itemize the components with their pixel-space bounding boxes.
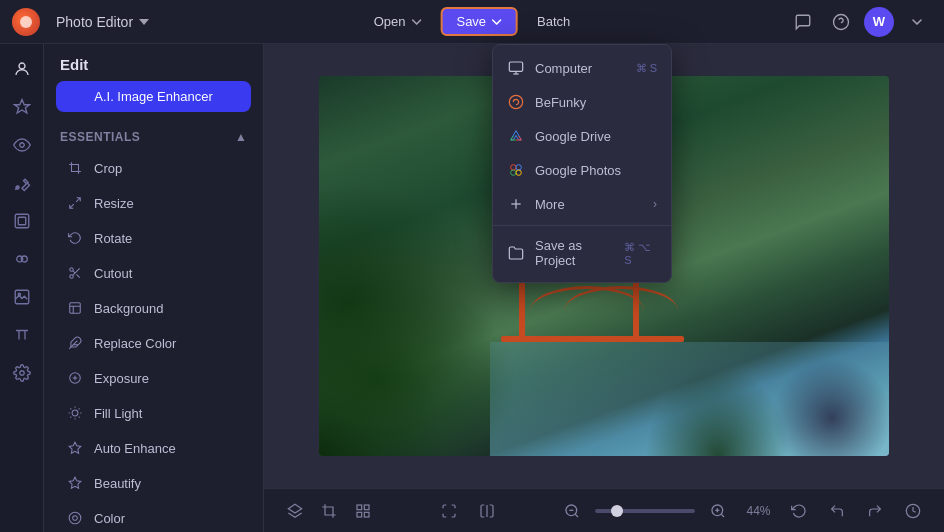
zoom-out-button[interactable] (557, 496, 587, 526)
zoom-out-icon (564, 503, 580, 519)
tool-label-exposure: Exposure (94, 371, 149, 386)
scissors-icon (66, 264, 84, 282)
google-drive-icon (507, 127, 525, 145)
tool-item-beautify[interactable]: Beautify (50, 466, 257, 500)
tool-label-resize: Resize (94, 196, 134, 211)
svg-point-52 (511, 165, 516, 170)
fullscreen-icon (441, 503, 457, 519)
tool-item-background[interactable]: Background (50, 291, 257, 325)
sidebar-group-icon-button[interactable] (5, 242, 39, 276)
crop-bottom-button[interactable] (314, 496, 344, 526)
account-chevron-button[interactable] (902, 7, 932, 37)
save-more-item[interactable]: More › (493, 187, 671, 221)
tool-item-crop[interactable]: Crop (50, 151, 257, 185)
tool-label-background: Background (94, 301, 163, 316)
resize-icon (66, 194, 84, 212)
collapse-button[interactable]: ▲ (235, 130, 247, 144)
svg-point-10 (19, 371, 24, 376)
tool-item-auto-enhance[interactable]: Auto Enhance (50, 431, 257, 465)
svg-rect-38 (357, 512, 362, 517)
sidebar-layers-icon-button[interactable] (5, 204, 39, 238)
tool-label-fill-light: Fill Light (94, 406, 142, 421)
svg-point-2 (19, 143, 24, 148)
tool-item-replace-color[interactable]: Replace Color (50, 326, 257, 360)
layers-bottom-icon (287, 503, 303, 519)
svg-point-55 (516, 170, 521, 175)
app-title-button[interactable]: Photo Editor (48, 10, 157, 34)
essentials-section-header: Essentials ▲ (44, 124, 263, 150)
save-google-drive-label: Google Drive (535, 129, 611, 144)
fullscreen-button[interactable] (434, 496, 464, 526)
redo-icon (867, 503, 883, 519)
svg-line-14 (76, 274, 79, 277)
svg-line-30 (79, 408, 80, 409)
bottom-center-actions (434, 496, 502, 526)
edit-panel-header: Edit (44, 44, 263, 81)
star-icon (66, 474, 84, 492)
save-chevron-icon (492, 19, 502, 25)
sidebar-paint-icon-button[interactable] (5, 166, 39, 200)
svg-rect-39 (364, 512, 369, 517)
open-chevron-icon (411, 19, 421, 25)
chevron-down-icon (139, 19, 149, 25)
save-computer-shortcut: ⌘ S (636, 62, 657, 75)
left-icon-sidebar (0, 44, 44, 532)
tool-item-rotate[interactable]: Rotate (50, 221, 257, 255)
svg-point-9 (18, 293, 20, 295)
batch-button[interactable]: Batch (522, 8, 585, 35)
zoom-in-button[interactable] (703, 496, 733, 526)
svg-marker-31 (69, 442, 81, 453)
svg-line-25 (70, 408, 71, 409)
main-content: Edit A.I. Image Enhancer Essentials ▲ Cr… (0, 44, 944, 532)
more-arrow-icon: › (653, 197, 657, 211)
svg-line-41 (575, 514, 578, 517)
svg-rect-37 (364, 505, 369, 510)
layers-bottom-button[interactable] (280, 496, 310, 526)
undo-button[interactable] (822, 496, 852, 526)
account-chevron-icon (912, 19, 922, 25)
tool-item-fill-light[interactable]: Fill Light (50, 396, 257, 430)
tool-label-rotate: Rotate (94, 231, 132, 246)
zoom-slider[interactable] (595, 509, 695, 513)
user-avatar-button[interactable]: W (864, 7, 894, 37)
open-button[interactable]: Open (359, 8, 437, 35)
svg-point-12 (70, 275, 74, 279)
help-icon-button[interactable] (826, 7, 856, 37)
compare-button[interactable] (472, 496, 502, 526)
zoom-in-icon (710, 503, 726, 519)
bottom-left-actions (280, 496, 378, 526)
tool-item-exposure[interactable]: Exposure (50, 361, 257, 395)
effects-icon (13, 98, 31, 116)
save-google-photos-label: Google Photos (535, 163, 621, 178)
save-google-photos-item[interactable]: Google Photos (493, 153, 671, 187)
sidebar-settings-icon-button[interactable] (5, 356, 39, 390)
redo-button[interactable] (860, 496, 890, 526)
tool-item-resize[interactable]: Resize (50, 186, 257, 220)
svg-rect-48 (509, 62, 522, 71)
save-befunky-item[interactable]: BeFunky (493, 85, 671, 119)
svg-point-34 (73, 516, 78, 521)
grid-bottom-button[interactable] (348, 496, 378, 526)
ai-image-enhancer-button[interactable]: A.I. Image Enhancer (56, 81, 251, 112)
save-button[interactable]: Save (440, 7, 518, 36)
history-icon (905, 503, 921, 519)
sidebar-edit-icon-button[interactable] (5, 52, 39, 86)
compare-icon (479, 503, 495, 519)
save-computer-item[interactable]: Computer ⌘ S (493, 51, 671, 85)
google-photos-icon (507, 161, 525, 179)
sidebar-effects-icon-button[interactable] (5, 90, 39, 124)
topbar-right-actions: W (788, 7, 932, 37)
chat-icon-button[interactable] (788, 7, 818, 37)
save-google-drive-item[interactable]: Google Drive (493, 119, 671, 153)
tool-item-cutout[interactable]: Cutout (50, 256, 257, 290)
history-button[interactable] (898, 496, 928, 526)
refresh-button[interactable] (784, 496, 814, 526)
sidebar-image-icon-button[interactable] (5, 280, 39, 314)
save-more-label: More (535, 197, 565, 212)
sidebar-eye-icon-button[interactable] (5, 128, 39, 162)
sidebar-text-icon-button[interactable] (5, 318, 39, 352)
save-as-project-item[interactable]: Save as Project ⌘ ⌥ S (493, 230, 671, 276)
sparkle-icon (66, 439, 84, 457)
svg-point-22 (72, 410, 78, 416)
tool-item-color[interactable]: Color (50, 501, 257, 532)
